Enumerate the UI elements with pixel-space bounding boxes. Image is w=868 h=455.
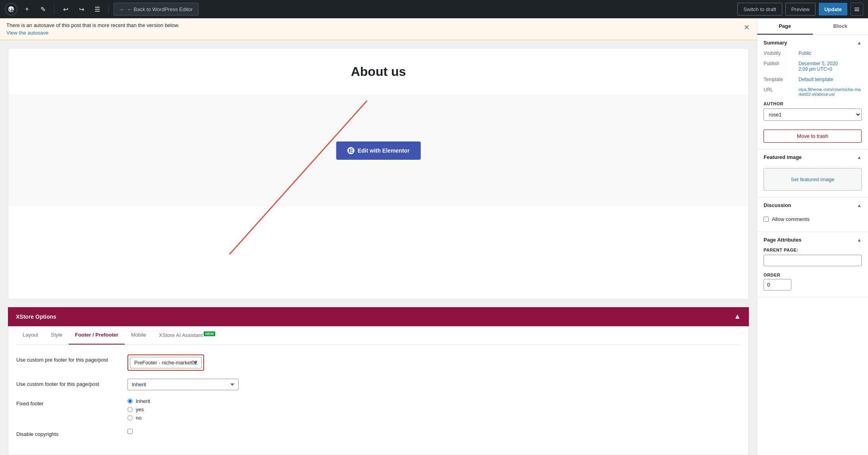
elementor-logo-icon [349,148,353,153]
wp-logo [5,3,17,15]
page-title: About us [24,64,733,79]
prefooter-row: Use custom pre footer for this page/post… [16,354,741,371]
edit-button[interactable]: ✎ [37,3,49,15]
prefooter-select[interactable]: PreFooter - niche-market02 Inherit None [130,357,202,368]
xstore-collapse-button[interactable]: ▲ [734,312,741,321]
add-new-button[interactable]: + [21,3,33,15]
redo-button[interactable]: ↪ [75,3,88,15]
settings-icon [854,6,860,12]
new-badge: NEW [204,331,215,336]
radio-inherit-label[interactable]: Inherit [127,398,150,404]
autosave-message: There is an autosave of this post that i… [6,22,179,28]
template-value[interactable]: Default template [799,77,833,82]
parent-page-label: PARENT PAGE: [764,248,862,252]
svg-line-0 [122,101,367,254]
featured-image-box[interactable]: Set featured image [764,168,862,191]
prefooter-select-wrap: PreFooter - niche-market02 Inherit None [127,354,204,371]
xstore-options-header[interactable]: XStore Options ▲ [8,307,749,326]
radio-yes-label[interactable]: yes [127,407,150,412]
disable-copyrights-label: Disable copyrights [16,429,120,437]
tab-page[interactable]: Page [757,18,813,35]
divider [54,4,54,14]
featured-image-section: Featured image ▲ Set featured image [757,149,868,197]
page-attributes-chevron-icon: ▲ [857,237,862,243]
edit-with-elementor-button[interactable]: Edit with Elementor [336,141,421,160]
allow-comments-label[interactable]: Allow comments [772,216,810,222]
visibility-label: Visibility [764,50,795,56]
update-button[interactable]: Update [819,3,847,15]
radio-inherit[interactable] [127,399,133,404]
featured-image-header[interactable]: Featured image ▲ [757,149,868,165]
top-toolbar: + ✎ ↩ ↪ ☰ ← ← Back to WordPress Editor S… [0,0,868,18]
switch-to-draft-button[interactable]: Switch to draft [737,3,782,15]
editor-settings-button[interactable] [851,3,863,15]
sidebar-tabs: Page Block [757,18,868,35]
tab-block[interactable]: Block [813,18,868,35]
tab-ai-assistant[interactable]: XStore AI AssistantNEW [152,326,222,345]
disable-copyrights-checkbox-wrap [127,429,133,435]
diagonal-line [8,95,748,254]
template-label: Template [764,77,795,82]
radio-no[interactable] [127,415,133,420]
page-attributes-content: PARENT PAGE: ORDER [757,248,868,297]
set-featured-image-link[interactable]: Set featured image [791,176,835,182]
summary-chevron-icon: ▲ [857,40,862,46]
back-to-wordpress-button[interactable]: ← ← Back to WordPress Editor [114,3,199,15]
disable-copyrights-checkbox[interactable] [127,429,133,434]
tab-style[interactable]: Style [44,326,69,345]
discussion-chevron-icon: ▲ [857,203,862,208]
template-field: Template Default template [764,77,862,82]
publish-date[interactable]: December 5, 2020 2:09 pm UTC+0 [799,61,838,72]
main-layout: There is an autosave of this post that i… [0,18,868,455]
right-sidebar: Page Block Summary ▲ Visibility Public P… [757,18,868,455]
radio-no-label[interactable]: no [127,415,150,421]
publish-date-text: December 5, 2020 [799,61,838,66]
author-select[interactable]: rose1 [764,108,862,121]
discussion-title: Discussion [764,202,791,208]
allow-comments-row: Allow comments [764,213,862,225]
visibility-value[interactable]: Public [799,50,812,56]
summary-section-header[interactable]: Summary ▲ [757,35,868,50]
summary-section-content: Visibility Public Publish December 5, 20… [757,50,868,149]
footer-select[interactable]: Inherit None Footer - default [127,379,239,390]
tab-mobile[interactable]: Mobile [125,326,152,345]
publish-time-text: 2:09 pm UTC+0 [799,66,832,72]
radio-yes[interactable] [127,407,133,412]
autosave-text-wrap: There is an autosave of this post that i… [6,22,179,36]
publish-label: Publish [764,61,795,66]
elementor-button-wrap: Edit with Elementor [336,141,421,160]
move-to-trash-button[interactable]: Move to trash [764,130,862,143]
xstore-content: Use custom pre footer for this page/post… [16,345,741,455]
featured-image-chevron-icon: ▲ [857,155,862,160]
svg-rect-1 [349,149,350,153]
tab-footer-prefooter[interactable]: Footer / Prefooter [69,326,125,345]
content-area: There is an autosave of this post that i… [0,18,757,455]
discussion-header[interactable]: Discussion ▲ [757,197,868,213]
order-input[interactable] [764,279,791,290]
fixed-footer-label: Fixed footer [16,398,120,407]
footer-label: Use custom footer for this page/post [16,379,120,387]
xstore-options-title: XStore Options [16,314,56,320]
summary-section: Summary ▲ Visibility Public Publish Dece… [757,35,868,149]
page-attributes-header[interactable]: Page Attributes ▲ [757,232,868,248]
edit-elementor-label: Edit with Elementor [358,147,410,154]
xstore-tab-bar: Layout Style Footer / Prefooter Mobile X… [16,326,741,345]
back-arrow-icon: ← [120,6,125,12]
page-canvas: About us [8,48,749,299]
allow-comments-checkbox[interactable] [764,217,769,222]
order-label: ORDER [764,273,862,277]
autosave-close-button[interactable]: ✕ [743,22,750,33]
elementor-icon [347,147,355,154]
parent-page-input[interactable] [764,255,862,266]
url-value[interactable]: olya.8theme.com/rose/niche-market02-el/a… [799,87,862,97]
tab-layout[interactable]: Layout [16,326,44,345]
xstore-tabs-container: Layout Style Footer / Prefooter Mobile X… [8,326,749,455]
undo-button[interactable]: ↩ [59,3,72,15]
preview-button[interactable]: Preview [785,3,816,15]
visibility-field: Visibility Public [764,50,862,56]
tools-button[interactable]: ☰ [91,3,104,15]
view-autosave-link[interactable]: View the autosave [6,30,179,36]
back-button-label: ← Back to WordPress Editor [127,6,193,12]
radio-inherit-text: Inherit [136,398,150,404]
author-section: AUTHOR rose1 [764,101,862,121]
